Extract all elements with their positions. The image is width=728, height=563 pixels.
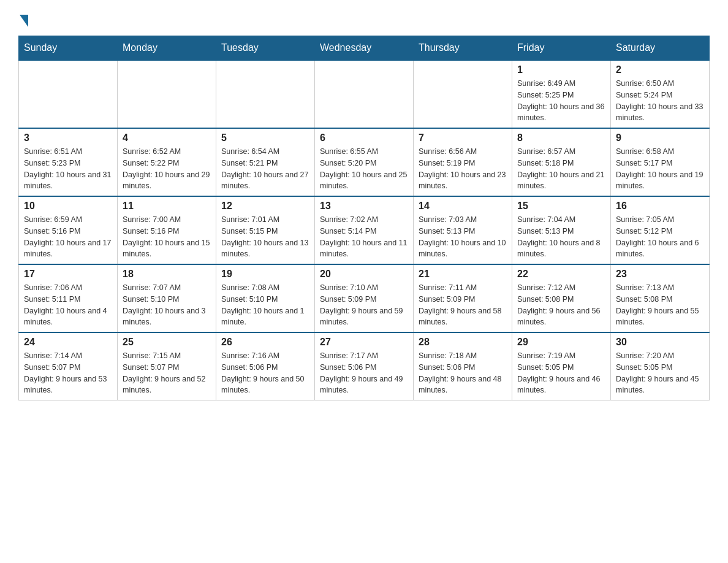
day-number: 22 xyxy=(517,269,605,280)
calendar-week-row: 1Sunrise: 6:49 AMSunset: 5:25 PMDaylight… xyxy=(19,60,710,128)
day-number: 9 xyxy=(616,132,704,144)
calendar-cell: 9Sunrise: 6:58 AMSunset: 5:17 PMDaylight… xyxy=(611,128,710,196)
calendar-cell: 22Sunrise: 7:12 AMSunset: 5:08 PMDayligh… xyxy=(512,264,611,332)
day-info: Sunrise: 6:56 AMSunset: 5:19 PMDaylight:… xyxy=(419,146,507,192)
calendar-cell: 21Sunrise: 7:11 AMSunset: 5:09 PMDayligh… xyxy=(414,264,512,332)
logo xyxy=(18,12,28,23)
calendar-cell: 8Sunrise: 6:57 AMSunset: 5:18 PMDaylight… xyxy=(512,128,611,196)
calendar-cell: 29Sunrise: 7:19 AMSunset: 5:05 PMDayligh… xyxy=(512,332,611,400)
calendar-table: SundayMondayTuesdayWednesdayThursdayFrid… xyxy=(18,36,710,400)
calendar-cell: 3Sunrise: 6:51 AMSunset: 5:23 PMDaylight… xyxy=(19,128,118,196)
day-of-week-header: Saturday xyxy=(611,36,710,61)
day-number: 7 xyxy=(419,132,507,144)
day-number: 6 xyxy=(320,132,408,144)
day-number: 16 xyxy=(616,201,704,212)
day-number: 29 xyxy=(517,337,605,348)
day-info: Sunrise: 6:49 AMSunset: 5:25 PMDaylight:… xyxy=(517,78,605,124)
day-info: Sunrise: 7:19 AMSunset: 5:05 PMDaylight:… xyxy=(517,350,605,396)
day-number: 2 xyxy=(616,64,704,75)
calendar-cell: 17Sunrise: 7:06 AMSunset: 5:11 PMDayligh… xyxy=(19,264,118,332)
calendar-cell: 12Sunrise: 7:01 AMSunset: 5:15 PMDayligh… xyxy=(216,196,315,264)
day-number: 12 xyxy=(221,201,309,212)
calendar-week-row: 3Sunrise: 6:51 AMSunset: 5:23 PMDaylight… xyxy=(19,128,710,196)
day-info: Sunrise: 7:02 AMSunset: 5:14 PMDaylight:… xyxy=(320,214,408,260)
logo-arrow-icon xyxy=(20,15,28,27)
day-number: 8 xyxy=(517,132,605,144)
day-info: Sunrise: 7:12 AMSunset: 5:08 PMDaylight:… xyxy=(517,282,605,328)
day-number: 5 xyxy=(221,132,309,144)
day-number: 28 xyxy=(419,337,507,348)
day-info: Sunrise: 6:51 AMSunset: 5:23 PMDaylight:… xyxy=(24,146,112,192)
day-info: Sunrise: 6:58 AMSunset: 5:17 PMDaylight:… xyxy=(616,146,704,192)
calendar-cell: 16Sunrise: 7:05 AMSunset: 5:12 PMDayligh… xyxy=(611,196,710,264)
calendar-cell: 2Sunrise: 6:50 AMSunset: 5:24 PMDaylight… xyxy=(611,60,710,128)
day-info: Sunrise: 7:15 AMSunset: 5:07 PMDaylight:… xyxy=(123,350,211,396)
day-info: Sunrise: 7:10 AMSunset: 5:09 PMDaylight:… xyxy=(320,282,408,328)
calendar-cell xyxy=(19,60,118,128)
calendar-cell: 25Sunrise: 7:15 AMSunset: 5:07 PMDayligh… xyxy=(118,332,216,400)
calendar-cell xyxy=(414,60,512,128)
calendar-cell: 30Sunrise: 7:20 AMSunset: 5:05 PMDayligh… xyxy=(611,332,710,400)
day-number: 24 xyxy=(24,337,112,348)
calendar-body: 1Sunrise: 6:49 AMSunset: 5:25 PMDaylight… xyxy=(19,60,710,400)
day-info: Sunrise: 7:06 AMSunset: 5:11 PMDaylight:… xyxy=(24,282,112,328)
day-info: Sunrise: 7:03 AMSunset: 5:13 PMDaylight:… xyxy=(419,214,507,260)
day-info: Sunrise: 7:07 AMSunset: 5:10 PMDaylight:… xyxy=(123,282,211,328)
day-info: Sunrise: 6:55 AMSunset: 5:20 PMDaylight:… xyxy=(320,146,408,192)
day-of-week-header: Thursday xyxy=(414,36,512,61)
calendar-header: SundayMondayTuesdayWednesdayThursdayFrid… xyxy=(19,36,710,61)
calendar-cell xyxy=(216,60,315,128)
calendar-cell xyxy=(315,60,414,128)
day-number: 15 xyxy=(517,201,605,212)
day-number: 17 xyxy=(24,269,112,280)
day-info: Sunrise: 7:05 AMSunset: 5:12 PMDaylight:… xyxy=(616,214,704,260)
day-info: Sunrise: 7:00 AMSunset: 5:16 PMDaylight:… xyxy=(123,214,211,260)
calendar-cell: 23Sunrise: 7:13 AMSunset: 5:08 PMDayligh… xyxy=(611,264,710,332)
day-number: 20 xyxy=(320,269,408,280)
calendar-cell: 26Sunrise: 7:16 AMSunset: 5:06 PMDayligh… xyxy=(216,332,315,400)
calendar-cell: 13Sunrise: 7:02 AMSunset: 5:14 PMDayligh… xyxy=(315,196,414,264)
day-number: 4 xyxy=(123,132,211,144)
calendar-cell: 7Sunrise: 6:56 AMSunset: 5:19 PMDaylight… xyxy=(414,128,512,196)
day-number: 10 xyxy=(24,201,112,212)
day-of-week-header: Sunday xyxy=(19,36,118,61)
day-info: Sunrise: 7:04 AMSunset: 5:13 PMDaylight:… xyxy=(517,214,605,260)
day-number: 27 xyxy=(320,337,408,348)
day-info: Sunrise: 7:14 AMSunset: 5:07 PMDaylight:… xyxy=(24,350,112,396)
day-number: 14 xyxy=(419,201,507,212)
day-info: Sunrise: 6:52 AMSunset: 5:22 PMDaylight:… xyxy=(123,146,211,192)
calendar-cell: 1Sunrise: 6:49 AMSunset: 5:25 PMDaylight… xyxy=(512,60,611,128)
day-info: Sunrise: 6:54 AMSunset: 5:21 PMDaylight:… xyxy=(221,146,309,192)
calendar-cell: 4Sunrise: 6:52 AMSunset: 5:22 PMDaylight… xyxy=(118,128,216,196)
day-info: Sunrise: 7:20 AMSunset: 5:05 PMDaylight:… xyxy=(616,350,704,396)
calendar-cell: 27Sunrise: 7:17 AMSunset: 5:06 PMDayligh… xyxy=(315,332,414,400)
calendar-cell: 24Sunrise: 7:14 AMSunset: 5:07 PMDayligh… xyxy=(19,332,118,400)
calendar-cell: 19Sunrise: 7:08 AMSunset: 5:10 PMDayligh… xyxy=(216,264,315,332)
header-row: SundayMondayTuesdayWednesdayThursdayFrid… xyxy=(19,36,710,61)
calendar-cell: 20Sunrise: 7:10 AMSunset: 5:09 PMDayligh… xyxy=(315,264,414,332)
page-header xyxy=(18,12,710,23)
calendar-cell xyxy=(118,60,216,128)
day-info: Sunrise: 6:57 AMSunset: 5:18 PMDaylight:… xyxy=(517,146,605,192)
day-number: 23 xyxy=(616,269,704,280)
calendar-week-row: 10Sunrise: 6:59 AMSunset: 5:16 PMDayligh… xyxy=(19,196,710,264)
day-number: 19 xyxy=(221,269,309,280)
day-number: 11 xyxy=(123,201,211,212)
calendar-week-row: 24Sunrise: 7:14 AMSunset: 5:07 PMDayligh… xyxy=(19,332,710,400)
day-info: Sunrise: 7:01 AMSunset: 5:15 PMDaylight:… xyxy=(221,214,309,260)
day-number: 1 xyxy=(517,64,605,75)
day-info: Sunrise: 7:08 AMSunset: 5:10 PMDaylight:… xyxy=(221,282,309,328)
day-number: 18 xyxy=(123,269,211,280)
day-info: Sunrise: 7:18 AMSunset: 5:06 PMDaylight:… xyxy=(419,350,507,396)
day-number: 21 xyxy=(419,269,507,280)
day-info: Sunrise: 7:16 AMSunset: 5:06 PMDaylight:… xyxy=(221,350,309,396)
day-info: Sunrise: 7:17 AMSunset: 5:06 PMDaylight:… xyxy=(320,350,408,396)
day-info: Sunrise: 6:59 AMSunset: 5:16 PMDaylight:… xyxy=(24,214,112,260)
calendar-cell: 28Sunrise: 7:18 AMSunset: 5:06 PMDayligh… xyxy=(414,332,512,400)
calendar-cell: 6Sunrise: 6:55 AMSunset: 5:20 PMDaylight… xyxy=(315,128,414,196)
day-number: 25 xyxy=(123,337,211,348)
day-number: 30 xyxy=(616,337,704,348)
day-of-week-header: Wednesday xyxy=(315,36,414,61)
calendar-cell: 10Sunrise: 6:59 AMSunset: 5:16 PMDayligh… xyxy=(19,196,118,264)
calendar-cell: 14Sunrise: 7:03 AMSunset: 5:13 PMDayligh… xyxy=(414,196,512,264)
